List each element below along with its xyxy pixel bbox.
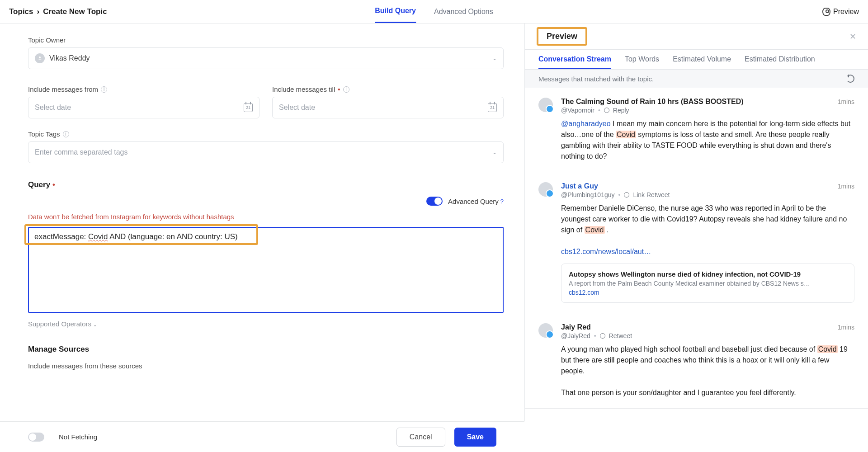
message-time: 1mins (838, 324, 854, 331)
fetching-toggle[interactable] (28, 433, 44, 442)
info-icon[interactable]: i (343, 86, 349, 93)
preview-tabs: Conversation Stream Top Words Estimated … (525, 50, 868, 70)
date-till-input[interactable]: Select date (272, 97, 504, 118)
card-domain: cbs12.com (569, 289, 847, 296)
message-link[interactable]: cbs12.com/news/local/aut… (561, 248, 651, 255)
message-title: The Calming Sound of Rain 10 hrs (BASS B… (561, 98, 744, 106)
breadcrumb-current: Create New Topic (43, 7, 107, 16)
owner-select[interactable]: Vikas Reddy ⌄ (28, 47, 504, 69)
cancel-button[interactable]: Cancel (396, 428, 445, 447)
person-icon (35, 53, 45, 63)
tab-top-words[interactable]: Top Words (625, 55, 659, 69)
help-icon[interactable]: ? (500, 198, 504, 205)
chevron-down-icon: ⌄ (492, 149, 497, 155)
svg-point-0 (39, 56, 41, 58)
advanced-query-toggle[interactable] (426, 197, 443, 206)
owner-value: Vikas Reddy (49, 54, 90, 62)
message-item[interactable]: Just a Guy 1mins @Plumbing101guy • Link … (525, 172, 868, 313)
close-icon[interactable]: ✕ (849, 32, 856, 42)
date-from-input[interactable]: Select date (28, 97, 259, 118)
preview-title: Preview (537, 27, 587, 46)
calendar-icon (244, 103, 253, 112)
tab-estimated-volume[interactable]: Estimated Volume (673, 55, 731, 69)
link-card[interactable]: Autopsy shows Wellington nurse died of k… (561, 264, 854, 303)
message-text: @angharadyeo I mean my main concern here… (561, 118, 854, 162)
message-action: Retweet (609, 332, 632, 339)
tags-label: Topic Tags i (28, 130, 504, 138)
card-desc: A report from the Palm Beach County Medi… (569, 280, 847, 287)
message-text: A young man who played high school footb… (561, 344, 854, 398)
tab-conversation-stream[interactable]: Conversation Stream (538, 55, 611, 69)
chevron-right-icon: › (37, 7, 40, 16)
globe-icon (624, 192, 629, 198)
refresh-icon[interactable] (846, 75, 854, 83)
top-tabs: Build Query Advanced Options (375, 0, 493, 23)
form-area: Topic Owner Vikas Reddy ⌄ Include messag… (0, 24, 524, 421)
message-handle: @Plumbing101guy (561, 191, 615, 198)
query-section-label: Query • (28, 180, 504, 189)
avatar (538, 98, 553, 112)
globe-icon (600, 333, 605, 339)
message-item[interactable]: Jaiy Red 1mins @JaiyRed • Retweet A youn… (525, 313, 868, 409)
tab-advanced-options[interactable]: Advanced Options (434, 0, 493, 23)
message-title[interactable]: Just a Guy (561, 182, 598, 190)
tab-build-query[interactable]: Build Query (375, 0, 416, 23)
preview-panel: Preview ✕ Conversation Stream Top Words … (524, 24, 868, 421)
message-handle: @JaiyRed (561, 332, 590, 339)
message-title: Jaiy Red (561, 323, 591, 331)
query-textarea[interactable]: exactMessage: Covid AND (language: en AN… (28, 227, 504, 313)
tab-estimated-distribution[interactable]: Estimated Distribution (745, 55, 815, 69)
eye-icon (822, 8, 830, 16)
calendar-icon (488, 103, 497, 112)
top-bar: Topics › Create New Topic Build Query Ad… (0, 0, 868, 24)
query-warning: Data won't be fetched from Instagram for… (28, 213, 504, 221)
match-info-bar: Messages that matched with the topic. (525, 70, 868, 88)
chevron-down-icon: ⌄ (492, 55, 497, 61)
advanced-query-label: Advanced Query (448, 198, 499, 205)
globe-icon (604, 108, 609, 113)
date-from-label: Include messages from i (28, 85, 259, 93)
fetching-label: Not Fetching (59, 433, 97, 441)
message-item[interactable]: The Calming Sound of Rain 10 hrs (BASS B… (525, 88, 868, 172)
sources-sub-label: Include messages from these sources (28, 362, 504, 370)
save-button[interactable]: Save (454, 428, 496, 447)
message-time: 1mins (838, 98, 854, 105)
tags-input[interactable]: Enter comma separated tags ⌄ (28, 141, 504, 163)
breadcrumb-root[interactable]: Topics (9, 7, 33, 16)
chevron-down-icon: ⌄ (93, 322, 97, 327)
message-action: Link Retweet (633, 191, 670, 198)
sources-title: Manage Sources (28, 345, 504, 354)
preview-label: Preview (833, 8, 859, 16)
message-text: Remember Danielle DiCenso, the nurse age… (561, 203, 854, 257)
supported-operators-toggle[interactable]: Supported Operators⌄ (28, 320, 504, 328)
footer-bar: Not Fetching Cancel Save (0, 421, 524, 452)
info-icon[interactable]: i (63, 131, 69, 137)
message-action: Reply (613, 107, 629, 114)
card-title: Autopsy shows Wellington nurse died of k… (569, 270, 847, 278)
date-till-label: Include messages till • i (272, 85, 504, 93)
info-icon[interactable]: i (101, 86, 107, 93)
breadcrumb: Topics › Create New Topic (9, 7, 107, 16)
avatar (538, 323, 553, 338)
message-time: 1mins (838, 183, 854, 190)
message-handle: @Vapornoir (561, 107, 594, 114)
avatar (538, 182, 553, 197)
owner-label: Topic Owner (28, 36, 504, 44)
preview-button[interactable]: Preview (822, 8, 859, 16)
